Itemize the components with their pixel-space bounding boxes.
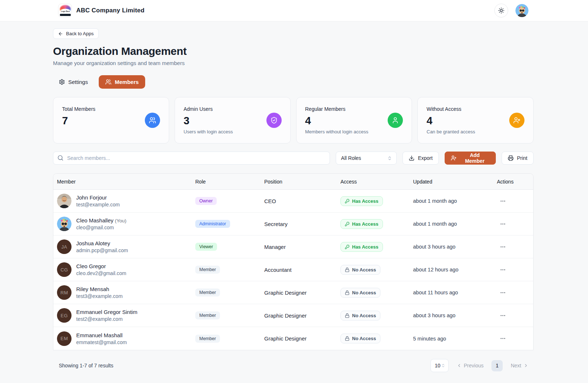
member-name: Emmanuel Mashall [76,332,123,338]
member-updated: about 1 month ago [413,198,497,204]
member-name: John Forjour [76,194,107,201]
member-position: CEO [264,198,340,204]
members-toolbar: All Roles Export Add Member Print [53,152,534,165]
access-badge: Has Access [340,196,383,206]
add-member-button[interactable]: Add Member [445,152,496,165]
ellipsis-icon [500,313,506,319]
user-plus-icon [509,113,524,128]
access-label: Has Access [352,221,379,227]
chevron-left-icon [457,363,462,368]
page-title: Organization Management [53,45,534,57]
page-1-button[interactable]: 1 [491,360,503,371]
top-bar: Logo Desi ABC Company Limited [0,0,588,21]
member-email: test2@example.com [76,316,139,322]
ellipsis-icon [500,244,506,250]
member-avatar [57,194,72,208]
user-icon [388,113,403,128]
table-row[interactable]: JA Joshua Alotey admin.pcp@gmail.com Vie… [53,235,533,258]
member-position: Graphic Designer [264,335,340,342]
table-row[interactable]: CG Cleo Gregor cleo.dev2@gmail.com Membe… [53,258,533,281]
row-actions-button[interactable] [497,196,509,206]
column-header-role: Role [195,179,264,185]
ellipsis-icon [500,335,506,342]
back-to-apps-button[interactable]: Back to Apps [53,28,99,39]
table-header-row: Member Role Position Access Updated Acti… [53,174,533,190]
arrow-left-icon [58,31,63,36]
row-actions-button[interactable] [497,310,509,321]
printer-icon [508,155,514,161]
column-header-actions: Actions [497,179,530,185]
roles-filter-select[interactable]: All Roles [336,152,397,165]
download-icon [409,155,415,161]
member-position: Graphic Designer [264,290,340,296]
member-updated: about 12 hours ago [413,267,497,273]
column-header-updated: Updated [413,179,497,185]
page-subtitle: Manage your organization settings and te… [53,60,534,66]
row-actions-button[interactable] [497,242,509,252]
search-input[interactable] [53,152,330,165]
table-row[interactable]: EM Emmanuel Mashall emmatest@gmail.com M… [53,327,533,350]
member-email: cleo@gmail.com [76,225,126,230]
users-icon [145,113,160,128]
access-badge: No Access [340,311,380,320]
member-avatar: EG [57,308,72,323]
member-email: emmatest@gmail.com [76,339,127,345]
member-email: cleo.dev2@gmail.com [76,270,126,276]
member-avatar: JA [57,239,72,254]
ellipsis-icon [500,290,506,296]
ellipsis-icon [500,267,506,273]
member-you-suffix: (You) [115,218,127,223]
chevron-right-icon [523,363,528,368]
company-name: ABC Company Limited [76,7,144,14]
stat-cards: Total Members 7 Admin Users 3 Users with… [53,97,534,144]
next-page-button[interactable]: Next [511,363,528,368]
sun-icon [498,7,505,14]
member-updated: about 11 hours ago [413,290,497,295]
member-name: Joshua Alotey [76,240,110,246]
member-email: test3@example.com [76,293,123,299]
member-position: Accountant [264,267,340,273]
previous-page-button[interactable]: Previous [457,363,483,368]
member-updated: 5 minutes ago [413,336,497,342]
member-avatar: EM [57,331,72,346]
row-actions-button[interactable] [497,219,509,229]
member-updated: about 1 month ago [413,221,497,227]
chevrons-up-down-icon [387,156,392,161]
export-button[interactable]: Export [403,152,438,165]
access-label: No Access [352,336,376,341]
tab-members[interactable]: Members [99,75,145,89]
access-badge: No Access [340,334,380,343]
print-button[interactable]: Print [502,152,534,165]
member-name: Cleo Mashalley [76,217,114,223]
row-actions-button[interactable] [497,287,509,298]
lock-icon [345,336,350,341]
results-summary: Showing 1-7 of 7 results [59,363,113,368]
table-row[interactable]: John Forjour test@example.com Owner CEO … [53,190,533,213]
access-label: No Access [352,313,376,318]
lock-icon [345,313,350,318]
row-actions-button[interactable] [497,265,509,275]
user-avatar[interactable] [515,4,528,17]
row-actions-button[interactable] [497,333,509,344]
member-position: Graphic Designer [264,313,340,319]
access-label: No Access [352,290,376,295]
tab-settings[interactable]: Settings [53,76,94,88]
stat-value: 4 [426,115,475,127]
table-row[interactable]: RM Riley Mensah test3@example.com Member… [53,281,533,304]
users-icon [105,79,111,85]
stat-card-without-access: Without Access 4 Can be granted access [417,97,534,144]
member-avatar [57,217,72,231]
role-badge: Viewer [195,243,217,251]
theme-toggle-button[interactable] [494,4,508,17]
member-avatar: RM [57,285,72,300]
access-badge: Has Access [340,242,383,252]
access-label: No Access [352,267,376,273]
access-label: Has Access [352,198,379,204]
gear-icon [59,79,65,85]
brand: Logo Desi ABC Company Limited [58,4,144,17]
member-email: test@example.com [76,202,120,207]
table-row[interactable]: EG Emmanuel Gregor Sintim test2@example.… [53,304,533,327]
shield-check-icon [266,113,282,128]
page-size-select[interactable]: 10 [430,359,449,372]
table-row[interactable]: Cleo Mashalley(You) cleo@gmail.com Admin… [53,213,533,235]
